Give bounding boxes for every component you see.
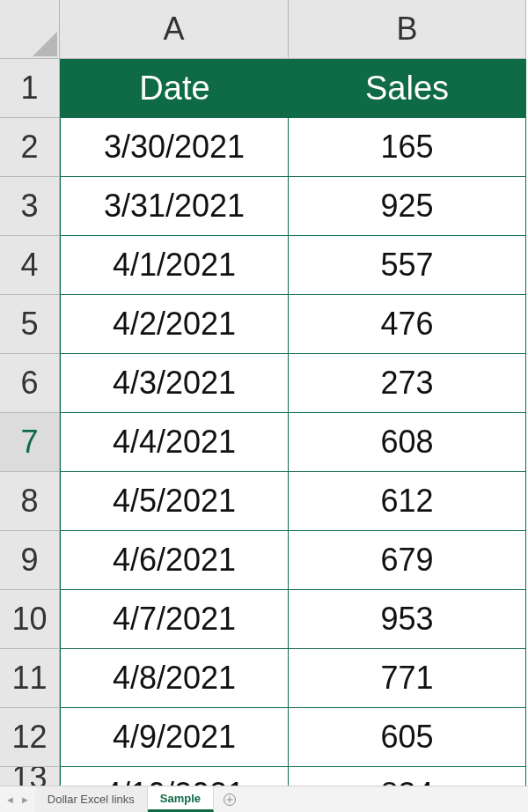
cell-B1-header[interactable]: Sales	[289, 59, 526, 118]
cell-sales[interactable]: 608	[289, 413, 526, 472]
cell-date[interactable]: 4/3/2021	[60, 354, 289, 413]
cell-sales[interactable]: 165	[289, 118, 526, 177]
cell-date[interactable]: 4/6/2021	[60, 531, 289, 590]
row-header[interactable]: 2	[0, 118, 60, 177]
sheet-tab-bar: ◄ ► Dollar Excel links Sample	[0, 786, 528, 812]
cell-date[interactable]: 4/4/2021	[60, 413, 289, 472]
cell-sales[interactable]: 953	[289, 590, 526, 649]
cell-date[interactable]: 4/5/2021	[60, 472, 289, 531]
row-header[interactable]: 10	[0, 590, 60, 649]
cell-sales[interactable]: 476	[289, 295, 526, 354]
cell-date[interactable]: 3/30/2021	[60, 118, 289, 177]
cell-sales[interactable]: 771	[289, 649, 526, 708]
spreadsheet-grid: A B 1 Date Sales 2 3/30/2021 165 3 3/31/…	[0, 0, 528, 812]
cell-date[interactable]: 4/2/2021	[60, 295, 289, 354]
sheet-tab-active[interactable]: Sample	[148, 786, 214, 812]
cell-date[interactable]: 4/7/2021	[60, 590, 289, 649]
cell-date[interactable]: 4/8/2021	[60, 649, 289, 708]
row-header[interactable]: 11	[0, 649, 60, 708]
column-header-A[interactable]: A	[60, 0, 289, 59]
plus-circle-icon	[223, 793, 237, 807]
cell-sales[interactable]: 605	[289, 708, 526, 767]
tab-nav-arrows[interactable]: ◄ ►	[0, 786, 35, 812]
row-header[interactable]: 6	[0, 354, 60, 413]
row-header[interactable]: 4	[0, 236, 60, 295]
chevron-left-icon: ◄	[5, 794, 15, 805]
add-sheet-button[interactable]	[214, 786, 246, 812]
cell-sales[interactable]: 557	[289, 236, 526, 295]
row-header[interactable]: 3	[0, 177, 60, 236]
cell-date[interactable]: 3/31/2021	[60, 177, 289, 236]
cell-sales[interactable]: 273	[289, 354, 526, 413]
column-header-B[interactable]: B	[289, 0, 526, 59]
chevron-right-icon: ►	[20, 794, 30, 805]
row-header[interactable]: 12	[0, 708, 60, 767]
row-header[interactable]: 8	[0, 472, 60, 531]
row-header-1[interactable]: 1	[0, 59, 60, 118]
cell-sales[interactable]: 612	[289, 472, 526, 531]
cell-sales[interactable]: 679	[289, 531, 526, 590]
svg-marker-0	[33, 32, 57, 56]
row-header[interactable]: 9	[0, 531, 60, 590]
sheet-tab[interactable]: Dollar Excel links	[35, 786, 148, 812]
select-all-corner[interactable]	[0, 0, 60, 59]
cell-A1-header[interactable]: Date	[60, 59, 289, 118]
cell-sales[interactable]: 925	[289, 177, 526, 236]
cell-date[interactable]: 4/1/2021	[60, 236, 289, 295]
row-header[interactable]: 5	[0, 295, 60, 354]
cell-date[interactable]: 4/9/2021	[60, 708, 289, 767]
row-header-active[interactable]: 7	[0, 413, 60, 472]
